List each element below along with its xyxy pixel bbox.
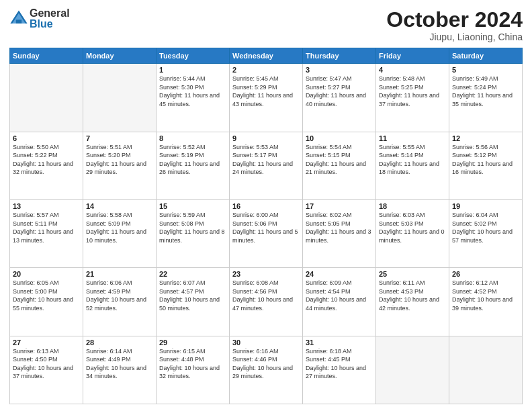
calendar-day-30: 30Sunrise: 6:16 AM Sunset: 4:46 PM Dayli… xyxy=(230,336,303,404)
logo-blue-text: Blue xyxy=(30,19,70,30)
day-number: 9 xyxy=(232,134,300,142)
day-number: 11 xyxy=(379,134,446,142)
svg-rect-2 xyxy=(16,19,21,24)
day-info: Sunrise: 5:51 AM Sunset: 5:20 PM Dayligh… xyxy=(86,143,153,177)
day-number: 6 xyxy=(13,134,80,142)
day-number: 21 xyxy=(86,270,153,278)
calendar-day-6: 6Sunrise: 5:50 AM Sunset: 5:22 PM Daylig… xyxy=(10,132,83,199)
day-info: Sunrise: 5:59 AM Sunset: 5:08 PM Dayligh… xyxy=(159,211,226,244)
logo: General Blue xyxy=(9,8,70,30)
day-info: Sunrise: 5:58 AM Sunset: 5:09 PM Dayligh… xyxy=(86,211,153,244)
day-info: Sunrise: 5:49 AM Sunset: 5:24 PM Dayligh… xyxy=(452,75,519,108)
day-info: Sunrise: 6:02 AM Sunset: 5:05 PM Dayligh… xyxy=(306,211,373,244)
day-number: 23 xyxy=(232,270,300,278)
day-info: Sunrise: 5:53 AM Sunset: 5:17 PM Dayligh… xyxy=(232,143,300,177)
calendar-day-5: 5Sunrise: 5:49 AM Sunset: 5:24 PM Daylig… xyxy=(449,64,523,132)
calendar-day-25: 25Sunrise: 6:11 AM Sunset: 4:53 PM Dayli… xyxy=(376,268,449,336)
day-number: 3 xyxy=(306,66,373,74)
calendar-empty xyxy=(376,336,449,404)
month-title: October 2024 xyxy=(386,8,523,32)
calendar-day-26: 26Sunrise: 6:12 AM Sunset: 4:52 PM Dayli… xyxy=(449,268,523,336)
day-info: Sunrise: 6:09 AM Sunset: 4:54 PM Dayligh… xyxy=(306,279,373,312)
calendar-day-15: 15Sunrise: 5:59 AM Sunset: 5:08 PM Dayli… xyxy=(157,199,230,267)
title-block: October 2024 Jiupu, Liaoning, China xyxy=(386,8,523,42)
calendar-day-13: 13Sunrise: 5:57 AM Sunset: 5:11 PM Dayli… xyxy=(10,199,83,267)
day-info: Sunrise: 5:56 AM Sunset: 5:12 PM Dayligh… xyxy=(452,143,519,177)
day-of-week-thursday: Thursday xyxy=(303,48,376,64)
day-info: Sunrise: 5:57 AM Sunset: 5:11 PM Dayligh… xyxy=(13,211,80,244)
day-info: Sunrise: 5:50 AM Sunset: 5:22 PM Dayligh… xyxy=(13,143,80,177)
day-number: 17 xyxy=(306,202,373,210)
location: Jiupu, Liaoning, China xyxy=(386,32,523,42)
day-number: 29 xyxy=(159,338,226,347)
calendar-empty xyxy=(10,64,83,132)
calendar-empty xyxy=(449,336,523,404)
calendar-week-5: 27Sunrise: 6:13 AM Sunset: 4:50 PM Dayli… xyxy=(10,336,523,404)
day-number: 5 xyxy=(452,66,519,74)
calendar-week-4: 20Sunrise: 6:05 AM Sunset: 5:00 PM Dayli… xyxy=(10,268,523,336)
day-number: 19 xyxy=(452,202,519,210)
day-number: 24 xyxy=(306,270,373,278)
day-number: 25 xyxy=(379,270,446,278)
calendar-day-19: 19Sunrise: 6:04 AM Sunset: 5:02 PM Dayli… xyxy=(449,199,523,267)
day-of-week-wednesday: Wednesday xyxy=(230,48,303,64)
day-info: Sunrise: 6:06 AM Sunset: 4:59 PM Dayligh… xyxy=(86,279,153,312)
calendar-day-27: 27Sunrise: 6:13 AM Sunset: 4:50 PM Dayli… xyxy=(10,336,83,404)
day-info: Sunrise: 5:45 AM Sunset: 5:29 PM Dayligh… xyxy=(232,75,300,108)
day-number: 13 xyxy=(13,202,80,210)
header: General Blue October 2024 Jiupu, Liaonin… xyxy=(9,8,523,42)
day-info: Sunrise: 6:15 AM Sunset: 4:48 PM Dayligh… xyxy=(159,347,226,381)
day-number: 4 xyxy=(379,66,446,74)
calendar-day-9: 9Sunrise: 5:53 AM Sunset: 5:17 PM Daylig… xyxy=(230,132,303,199)
day-number: 18 xyxy=(379,202,446,210)
day-number: 31 xyxy=(306,338,373,347)
day-number: 8 xyxy=(159,134,226,142)
calendar-day-21: 21Sunrise: 6:06 AM Sunset: 4:59 PM Dayli… xyxy=(83,268,157,336)
day-info: Sunrise: 6:03 AM Sunset: 5:03 PM Dayligh… xyxy=(379,211,446,244)
day-info: Sunrise: 6:12 AM Sunset: 4:52 PM Dayligh… xyxy=(452,279,519,312)
day-number: 16 xyxy=(232,202,300,210)
day-of-week-sunday: Sunday xyxy=(10,48,83,64)
day-number: 22 xyxy=(159,270,226,278)
calendar-day-28: 28Sunrise: 6:14 AM Sunset: 4:49 PM Dayli… xyxy=(83,336,157,404)
day-number: 27 xyxy=(13,338,80,347)
calendar-day-4: 4Sunrise: 5:48 AM Sunset: 5:25 PM Daylig… xyxy=(376,64,449,132)
day-info: Sunrise: 6:16 AM Sunset: 4:46 PM Dayligh… xyxy=(232,347,300,381)
calendar-day-12: 12Sunrise: 5:56 AM Sunset: 5:12 PM Dayli… xyxy=(449,132,523,199)
calendar-empty xyxy=(83,64,157,132)
day-info: Sunrise: 6:04 AM Sunset: 5:02 PM Dayligh… xyxy=(452,211,519,244)
page: General Blue October 2024 Jiupu, Liaonin… xyxy=(0,0,532,411)
calendar-day-17: 17Sunrise: 6:02 AM Sunset: 5:05 PM Dayli… xyxy=(303,199,376,267)
calendar-day-20: 20Sunrise: 6:05 AM Sunset: 5:00 PM Dayli… xyxy=(10,268,83,336)
day-info: Sunrise: 6:00 AM Sunset: 5:06 PM Dayligh… xyxy=(232,211,300,244)
calendar-week-3: 13Sunrise: 5:57 AM Sunset: 5:11 PM Dayli… xyxy=(10,199,523,267)
day-number: 12 xyxy=(452,134,519,142)
day-info: Sunrise: 5:54 AM Sunset: 5:15 PM Dayligh… xyxy=(306,143,373,177)
day-info: Sunrise: 6:07 AM Sunset: 4:57 PM Dayligh… xyxy=(159,279,226,312)
calendar-day-8: 8Sunrise: 5:52 AM Sunset: 5:19 PM Daylig… xyxy=(157,132,230,199)
day-number: 15 xyxy=(159,202,226,210)
day-number: 7 xyxy=(86,134,153,142)
day-number: 30 xyxy=(232,338,300,347)
calendar-day-7: 7Sunrise: 5:51 AM Sunset: 5:20 PM Daylig… xyxy=(83,132,157,199)
calendar-day-2: 2Sunrise: 5:45 AM Sunset: 5:29 PM Daylig… xyxy=(230,64,303,132)
day-number: 1 xyxy=(159,66,226,74)
calendar-header-row: SundayMondayTuesdayWednesdayThursdayFrid… xyxy=(10,48,523,64)
day-number: 10 xyxy=(306,134,373,142)
day-number: 2 xyxy=(232,66,300,74)
day-info: Sunrise: 5:55 AM Sunset: 5:14 PM Dayligh… xyxy=(379,143,446,177)
calendar-day-1: 1Sunrise: 5:44 AM Sunset: 5:30 PM Daylig… xyxy=(157,64,230,132)
day-number: 28 xyxy=(86,338,153,347)
calendar-day-23: 23Sunrise: 6:08 AM Sunset: 4:56 PM Dayli… xyxy=(230,268,303,336)
day-of-week-monday: Monday xyxy=(83,48,157,64)
day-number: 20 xyxy=(13,270,80,278)
logo-icon xyxy=(9,9,28,28)
calendar-day-22: 22Sunrise: 6:07 AM Sunset: 4:57 PM Dayli… xyxy=(157,268,230,336)
calendar-day-10: 10Sunrise: 5:54 AM Sunset: 5:15 PM Dayli… xyxy=(303,132,376,199)
logo-general-text: General xyxy=(30,8,70,19)
day-info: Sunrise: 6:08 AM Sunset: 4:56 PM Dayligh… xyxy=(232,279,300,312)
calendar-day-29: 29Sunrise: 6:15 AM Sunset: 4:48 PM Dayli… xyxy=(157,336,230,404)
day-number: 14 xyxy=(86,202,153,210)
calendar-day-31: 31Sunrise: 6:18 AM Sunset: 4:45 PM Dayli… xyxy=(303,336,376,404)
calendar-day-11: 11Sunrise: 5:55 AM Sunset: 5:14 PM Dayli… xyxy=(376,132,449,199)
